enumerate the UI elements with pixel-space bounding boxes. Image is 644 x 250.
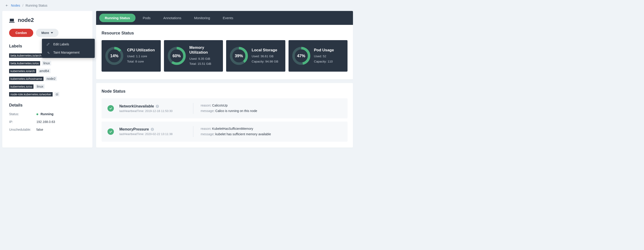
label-row: kubernetes.io/hostnamenode2 xyxy=(9,76,86,81)
card-line: Used: 1.1 core xyxy=(127,54,155,59)
laptop-icon xyxy=(9,18,14,22)
dropdown-item-label: Taint Management xyxy=(53,51,80,54)
side-panel: node2 Cordon More Edit Labels xyxy=(2,11,92,148)
tab-pods[interactable]: Pods xyxy=(137,14,156,22)
dropdown-item-label: Edit Labels xyxy=(53,42,69,46)
label-row: node-role.kubernetes.io/workerci xyxy=(9,92,86,96)
card-line: Used: 9.35 GiB xyxy=(190,56,218,62)
card-info: Local StorageUsed: 36.61 GBCapacity: 94.… xyxy=(252,48,278,64)
ns-left: MemoryPressure ilastHeartbeatTime: 2020-… xyxy=(119,127,188,136)
resource-grid: 14%CPU UtilizationUsed: 1.1 coreTotal: 8… xyxy=(102,40,348,72)
back-icon[interactable] xyxy=(6,4,9,7)
node-status-list: NetworkUnavailable ilastHeartbeatTime: 2… xyxy=(102,98,348,142)
label-row: kubernetes.io/oslinux xyxy=(9,84,86,89)
dropdown-edit-labels[interactable]: Edit Labels xyxy=(42,40,95,48)
label-value: linux xyxy=(35,84,45,89)
labels-list: beta.kubernetes.io/archamd64beta.kuberne… xyxy=(9,53,86,96)
detail-status: Status: Running xyxy=(9,112,86,116)
ip-value: 192.168.0.63 xyxy=(36,120,55,124)
node-status-item: NetworkUnavailable ilastHeartbeatTime: 2… xyxy=(102,98,348,118)
heartbeat-time: lastHeartbeatTime: 2020-02-22 13:11:38 xyxy=(119,132,188,136)
card-info: Pod UsageUsed: 52Capacity: 110 xyxy=(314,48,334,64)
node-status-panel: Node Status NetworkUnavailable ilastHear… xyxy=(96,83,353,147)
donut-chart: 60% xyxy=(168,47,186,65)
label-key: node-role.kubernetes.io/worker xyxy=(9,92,52,96)
check-icon xyxy=(108,105,114,111)
dropdown-taint-mgmt[interactable]: Taint Management xyxy=(42,48,95,57)
breadcrumb-sep: / xyxy=(22,4,23,7)
condition-name: MemoryPressure i xyxy=(119,127,188,131)
pencil-icon xyxy=(46,43,50,46)
donut-percent: 47% xyxy=(292,47,310,65)
resource-card: 60%Memory UtilizationUsed: 9.35 GiBTotal… xyxy=(164,40,223,72)
resource-card: 39%Local StorageUsed: 36.61 GBCapacity: … xyxy=(226,40,285,72)
status-value: Running xyxy=(40,112,54,116)
donut-percent: 14% xyxy=(105,47,124,65)
card-info: CPU UtilizationUsed: 1.1 coreTotal: 8 co… xyxy=(127,48,155,64)
resource-card: 14%CPU UtilizationUsed: 1.1 coreTotal: 8… xyxy=(102,40,161,72)
breadcrumb-root[interactable]: Nodes xyxy=(11,4,20,7)
label-key: beta.kubernetes.io/arch xyxy=(9,53,43,58)
check-icon xyxy=(108,129,114,135)
info-icon[interactable]: i xyxy=(151,128,154,131)
label-value: amd64 xyxy=(38,69,50,73)
info-icon[interactable]: i xyxy=(156,105,159,108)
card-title: Memory Utilization xyxy=(190,45,218,55)
donut-percent: 39% xyxy=(230,47,248,65)
label-value: linux xyxy=(42,61,51,65)
breadcrumb-current: Running Status xyxy=(26,4,47,7)
chevron-down-icon xyxy=(51,32,53,34)
node-status-heading: Node Status xyxy=(102,89,348,94)
detail-key: Unschedulable: xyxy=(9,128,36,131)
tabs: Running StatusPodsAnnotationsMonitoringE… xyxy=(96,11,353,25)
svg-rect-0 xyxy=(10,19,14,22)
label-key: kubernetes.io/hostname xyxy=(9,77,44,81)
detail-unsched: Unschedulable: false xyxy=(9,128,86,131)
card-info: Memory UtilizationUsed: 9.35 GiBTotal: 1… xyxy=(190,45,218,67)
card-title: CPU Utilization xyxy=(127,48,155,52)
divider xyxy=(193,103,193,113)
more-dropdown: Edit Labels Taint Management xyxy=(42,39,95,58)
breadcrumb: Nodes / Running Status xyxy=(0,0,355,11)
label-value: ci xyxy=(54,92,60,96)
card-line: Total: 8 core xyxy=(127,59,155,64)
tab-events[interactable]: Events xyxy=(217,14,239,22)
card-line: Used: 52 xyxy=(314,54,334,59)
wrench-icon xyxy=(46,51,50,54)
donut-percent: 60% xyxy=(168,47,186,65)
label-key: kubernetes.io/os xyxy=(9,84,34,89)
detail-key: IP: xyxy=(9,120,36,124)
more-button-label: More xyxy=(42,31,49,35)
tab-annotations[interactable]: Annotations xyxy=(158,14,187,22)
node-name: node2 xyxy=(18,17,34,23)
ns-right: reason: CalicoIsUpmessage: Calico is run… xyxy=(199,103,257,114)
divider xyxy=(193,126,193,137)
card-title: Local Storage xyxy=(252,48,278,52)
donut-chart: 39% xyxy=(230,47,248,65)
condition-name: NetworkUnavailable i xyxy=(119,104,188,108)
heartbeat-time: lastHeartbeatTime: 2019-12-16 11:53:30 xyxy=(119,109,188,113)
unsched-value: false xyxy=(36,128,43,131)
ns-left: NetworkUnavailable ilastHeartbeatTime: 2… xyxy=(119,104,188,113)
detail-ip: IP: 192.168.0.63 xyxy=(9,120,86,124)
card-line: Used: 36.61 GB xyxy=(252,54,278,59)
node-status-item: MemoryPressure ilastHeartbeatTime: 2020-… xyxy=(102,121,348,142)
label-key: beta.kubernetes.io/os xyxy=(9,61,40,65)
cordon-button[interactable]: Cordon xyxy=(9,29,33,37)
label-row: kubernetes.io/archamd64 xyxy=(9,69,86,73)
donut-chart: 47% xyxy=(292,47,310,65)
card-line: Total: 15.51 GiB xyxy=(190,61,218,67)
detail-key: Status: xyxy=(9,112,36,116)
more-button[interactable]: More xyxy=(36,29,58,37)
ns-right: reason: KubeletHasSufficientMemorymessag… xyxy=(199,126,271,137)
main-panel: Running StatusPodsAnnotationsMonitoringE… xyxy=(96,11,353,79)
card-title: Pod Usage xyxy=(314,48,334,52)
card-line: Capacity: 94.98 GB xyxy=(252,59,278,64)
tab-monitoring[interactable]: Monitoring xyxy=(188,14,216,22)
details-heading: Details xyxy=(9,103,86,108)
resource-status-heading: Resource Status xyxy=(102,31,348,36)
resource-card: 47%Pod UsageUsed: 52Capacity: 110 xyxy=(288,40,348,72)
node-title: node2 xyxy=(9,17,86,23)
status-dot-icon xyxy=(36,113,38,115)
tab-running-status[interactable]: Running Status xyxy=(99,14,136,22)
